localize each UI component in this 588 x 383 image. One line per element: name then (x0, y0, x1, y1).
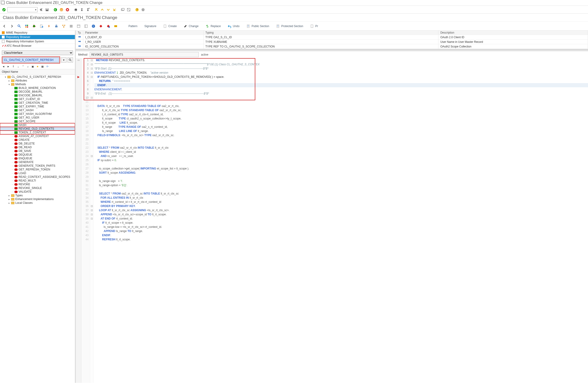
print-icon[interactable] (73, 7, 78, 12)
save-icon[interactable] (44, 7, 50, 12)
help-icon[interactable]: ? (134, 7, 140, 12)
tree-method-item[interactable]: ·BUILD_WHERE_CONDITION (0, 86, 75, 90)
new-session-icon[interactable] (120, 7, 125, 12)
test-icon[interactable] (54, 24, 59, 29)
tree-method-item[interactable]: ·GET_CLIENT_ID (0, 97, 75, 101)
tree-attributes[interactable]: ▸Attributes (0, 79, 75, 82)
undo-button[interactable]: Undo (225, 24, 242, 28)
tree-method-item[interactable]: ·VALIDATE (0, 190, 75, 193)
exit-icon[interactable] (59, 7, 64, 12)
tree-find-icon[interactable]: ⌕ (26, 64, 30, 69)
tree-methods[interactable]: ▾Methods (0, 82, 75, 86)
change-button[interactable]: Change (181, 24, 201, 28)
parameter-row[interactable]: IO_SCOPE_COLLECTIONTYPE REF TO CL_OAUTH2… (76, 44, 588, 49)
cancel-icon[interactable] (65, 7, 70, 12)
tree-fav-icon[interactable]: ★ (36, 64, 40, 69)
tree-refresh-icon[interactable]: ⟳ (45, 64, 49, 69)
tree-fwd-icon[interactable]: ► (6, 64, 10, 69)
tree-method-item[interactable]: ·GET_SCOPE (0, 119, 75, 123)
tree-method-item[interactable]: ·REVOKE (0, 182, 75, 186)
back-icon[interactable] (53, 7, 58, 12)
class-history-dropdown[interactable]: ▾ (61, 57, 66, 62)
tree-collapse-icon[interactable]: ⌄ (16, 64, 20, 69)
tree-method-item[interactable]: ·REVOKE_OLD_CONTEXTS (0, 127, 75, 131)
display-class-button[interactable] (67, 57, 73, 62)
check-icon[interactable] (39, 24, 44, 29)
tree-method-item[interactable]: ·ASSIGN_AT_CONTEXT (0, 134, 75, 138)
atc-result-tab[interactable]: ✔✗ATC Result Browser (0, 44, 75, 48)
breakpoint-icon[interactable] (98, 24, 104, 29)
tree-method-item[interactable]: ·DEQUEUE (0, 153, 75, 156)
nav-back-icon[interactable] (2, 24, 7, 29)
parameter-row[interactable]: I_CLIENT_IDTYPE OA2_S_CL_IDOAuth 2.0 Cli… (76, 35, 588, 39)
first-page-icon[interactable] (39, 7, 43, 12)
repository-browser-tab[interactable]: Repository Browser (0, 35, 75, 39)
tree-method-item[interactable]: ·LOAD (0, 171, 75, 175)
create-button[interactable]: Create (161, 24, 179, 28)
tree-method-item[interactable]: ·DB_SAVE (0, 149, 75, 153)
public-section-button[interactable]: Public Section (244, 24, 272, 28)
object-type-select[interactable]: Class/Interface (2, 51, 73, 55)
tree-method-item[interactable]: ·GET_CREATION_TIME (0, 101, 75, 105)
tree-method-item[interactable]: ·CREATE (0, 138, 75, 142)
display-list-icon[interactable] (69, 24, 74, 29)
macro-icon[interactable] (113, 24, 118, 29)
mime-repository-tab[interactable]: MIME Repository (0, 31, 75, 35)
tree-method-item[interactable]: ·GENERATE_TOKEN_PARTS (0, 164, 75, 168)
tree-method-item[interactable]: ·HASH (0, 123, 75, 127)
tree-method-item[interactable]: ·GET_HASH_ALGORITHM (0, 112, 75, 116)
display-object-icon[interactable] (17, 24, 22, 29)
tree-method-item[interactable]: ·READ_MULTI (0, 179, 75, 182)
tree-method-item[interactable]: ·ENQUEUE (0, 156, 75, 160)
scroll-up-icon[interactable] (100, 7, 105, 12)
display-nav-icon[interactable] (76, 24, 81, 29)
find-icon[interactable] (79, 7, 84, 12)
fullscreen-icon[interactable] (84, 24, 89, 29)
tree-local-classes[interactable]: ▸Local Classes (0, 201, 75, 205)
object-tree[interactable]: ▾CL_OAUTH2_S_CONTEXT_REFRESH ▸Attributes… (0, 75, 75, 383)
tree-method-item[interactable]: ·GET_HASH (0, 108, 75, 112)
enhance-icon[interactable] (32, 24, 37, 29)
tree-root[interactable]: ▾CL_OAUTH2_S_CONTEXT_REFRESH (0, 75, 75, 79)
tree-add-icon[interactable]: ▦ (40, 64, 44, 69)
class-name-input[interactable] (3, 57, 59, 62)
private-section-button[interactable]: Pr (308, 24, 320, 28)
where-used-icon[interactable] (61, 24, 66, 29)
tree-method-item[interactable]: ·GET_EXPIRY_TIME (0, 105, 75, 108)
abap-editor[interactable]: ⇨▶ 1234567891011121314151617181920212223… (76, 58, 588, 383)
nav-forward-icon[interactable] (9, 24, 14, 29)
tree-method-item[interactable]: ·READ_CONTEXT_ASSIGNED_SCOPES (0, 175, 75, 179)
tree-method-item[interactable]: ·DB_READ (0, 145, 75, 149)
pattern-button[interactable]: Pattern (126, 24, 140, 28)
ok-icon[interactable] (1, 7, 6, 12)
shortcut-icon[interactable] (126, 7, 131, 12)
command-field[interactable]: ▾ (7, 7, 38, 12)
protected-section-button[interactable]: Protected Section (274, 24, 306, 28)
scroll-last-icon[interactable] (112, 7, 117, 12)
activate-icon[interactable] (46, 24, 51, 29)
find-next-icon[interactable]: + (85, 7, 90, 12)
tree-back-icon[interactable]: ◄ (1, 64, 6, 69)
settings-icon[interactable] (141, 7, 146, 12)
other-object-icon[interactable] (24, 24, 29, 29)
signature-button[interactable]: Signature (142, 24, 159, 28)
tree-types[interactable]: ▸Types (0, 193, 75, 197)
tree-method-item[interactable]: ·REVOKE_SINGLE (0, 186, 75, 190)
tree-method-item[interactable]: ·GET_RO_USER (0, 116, 75, 119)
tree-method-item[interactable]: ·TOKEN_2_CONTEXT (0, 131, 75, 134)
tree-method-item[interactable]: ·GENERATE (0, 160, 75, 164)
replace-button[interactable]: Replace (203, 24, 223, 28)
tree-method-item[interactable]: ·DB_DELETE (0, 142, 75, 145)
tree-display-icon[interactable]: ▣ (31, 64, 35, 69)
help-info-icon[interactable]: i (91, 24, 96, 29)
tree-enhancement[interactable]: ▸Enhancement Implementations (0, 197, 75, 201)
repository-infosys-tab[interactable]: Repository Information System (0, 39, 75, 44)
tree-method-item[interactable]: ·ENCODE_B64URL (0, 94, 75, 97)
scroll-down-icon[interactable] (106, 7, 111, 12)
scroll-first-icon[interactable] (94, 7, 99, 12)
tree-expand-icon[interactable]: ⌃ (21, 64, 25, 69)
tree-method-item[interactable]: ·GET_REFRESH_TOKEN (0, 168, 75, 171)
tree-up-icon[interactable]: ⇑ (11, 64, 15, 69)
parameter-row[interactable]: I_RO_USERTYPE XUBNAMEUser Name in User M… (76, 39, 588, 44)
breakpoint-ext-icon[interactable] (106, 24, 111, 29)
